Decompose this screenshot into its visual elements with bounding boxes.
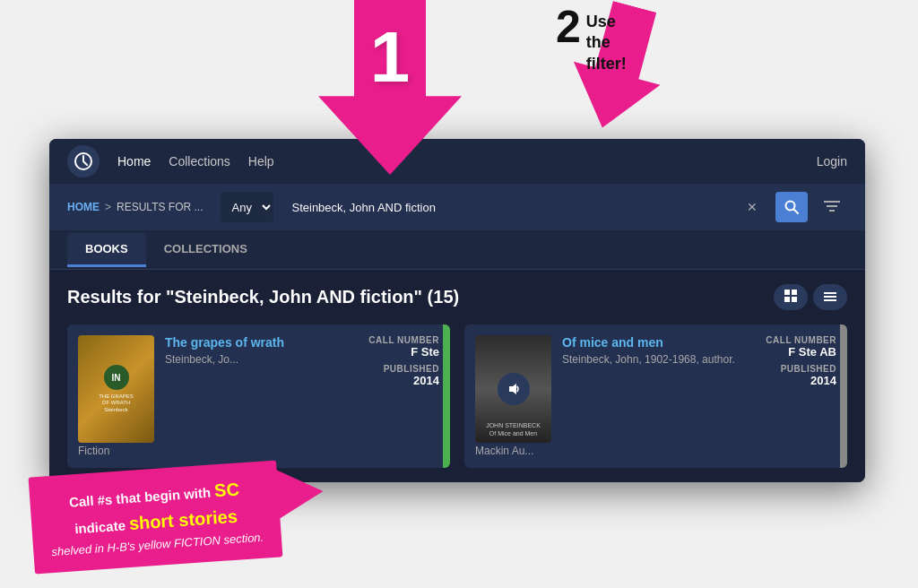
book-author-1: Steinbeck, Jo... <box>165 353 358 366</box>
nav-collections[interactable]: Collections <box>169 154 230 169</box>
published-label-2: PUBLISHED <box>766 364 836 374</box>
card-strip-2 <box>840 324 847 468</box>
card-strip-1 <box>443 324 450 468</box>
search-clear-button[interactable]: ✕ <box>747 200 758 214</box>
svg-rect-8 <box>784 297 790 302</box>
svg-rect-7 <box>792 290 797 295</box>
arrow1-label: 1 <box>318 16 462 99</box>
list-view-button[interactable] <box>813 284 847 310</box>
arrow2-text: Usethefilter! <box>586 12 627 74</box>
book-card-1[interactable]: IN THE GRAPESOF WRATHSteinbeck The grape… <box>67 324 450 468</box>
call-number-2: F Ste AB <box>766 345 836 359</box>
svg-rect-6 <box>784 290 790 295</box>
book-genre-2: Mackin Au... <box>475 445 533 457</box>
book-cover-1: IN THE GRAPESOF WRATHSteinbeck <box>78 335 154 443</box>
cover-omam-text: JOHN STEINBECKOf Mice and Men <box>486 421 541 437</box>
view-buttons <box>774 284 847 310</box>
search-type-select[interactable]: Any <box>221 192 273 222</box>
tab-books[interactable]: BOOKS <box>67 233 146 267</box>
call-number-label-1: CALL NUMBER <box>368 335 439 345</box>
callout-short-stories: short stories <box>128 506 238 532</box>
book-meta-2: CALL NUMBER F Ste AB PUBLISHED 2014 <box>766 335 836 457</box>
logo-icon <box>67 145 100 177</box>
published-label-1: PUBLISHED <box>368 364 439 374</box>
nav-help[interactable]: Help <box>248 154 274 169</box>
results-area: Results for "Steinbeck, John AND fiction… <box>49 270 865 482</box>
grid-view-button[interactable] <box>774 284 808 310</box>
book-genre-1: Fiction <box>78 445 109 457</box>
call-number-label-2: CALL NUMBER <box>766 335 836 345</box>
results-header: Results for "Steinbeck, John AND fiction… <box>67 284 847 310</box>
tabs: BOOKS COLLECTIONS <box>49 230 865 270</box>
published-2: 2014 <box>766 374 836 387</box>
search-button[interactable] <box>775 192 808 222</box>
published-1: 2014 <box>368 374 439 387</box>
browser-window: Home Collections Help Login HOME > RESUL… <box>49 139 865 482</box>
arrow2-container: 2 Usethefilter! <box>556 4 627 74</box>
call-number-1: F Ste <box>368 345 439 359</box>
navbar: Home Collections Help Login <box>49 139 865 184</box>
book-info-2: Of mice and men Steinbeck, John, 1902-19… <box>562 335 755 457</box>
search-query-pill: Steinbeck, John AND fiction ✕ <box>282 192 766 222</box>
cover-text: THE GRAPESOF WRATHSteinbeck <box>99 393 134 413</box>
book-title-2: Of mice and men <box>562 335 755 350</box>
searchbar: HOME > RESULTS FOR ... Any Steinbeck, Jo… <box>49 184 865 230</box>
nav-login[interactable]: Login <box>817 154 847 169</box>
breadcrumb: HOME > RESULTS FOR ... <box>67 201 203 213</box>
cover-badge: IN <box>104 365 129 390</box>
bottom-callout: Call #s that begin with SC indicate shor… <box>29 460 283 574</box>
book-info-1: The grapes of wrath Steinbeck, Jo... Fic… <box>165 335 358 457</box>
book-card-2[interactable]: JOHN STEINBECKOf Mice and Men Of mice an… <box>464 324 847 468</box>
breadcrumb-current: RESULTS FOR ... <box>117 201 203 213</box>
nav-links: Home Collections Help <box>117 154 799 169</box>
callout-sc: SC <box>213 479 239 500</box>
breadcrumb-home[interactable]: HOME <box>67 201 100 213</box>
books-grid: IN THE GRAPESOF WRATHSteinbeck The grape… <box>67 324 847 468</box>
svg-rect-9 <box>792 297 797 302</box>
book-author-2: Steinbeck, John, 1902-1968, author. <box>562 353 755 366</box>
svg-line-2 <box>794 210 799 214</box>
search-query-text: Steinbeck, John AND fiction <box>291 201 734 214</box>
book-cover-2: JOHN STEINBECKOf Mice and Men <box>475 335 551 443</box>
nav-home[interactable]: Home <box>117 154 151 169</box>
breadcrumb-separator: > <box>105 201 111 213</box>
book-meta-1: CALL NUMBER F Ste PUBLISHED 2014 <box>368 335 439 457</box>
tab-collections[interactable]: COLLECTIONS <box>146 233 265 267</box>
results-title: Results for "Steinbeck, John AND fiction… <box>67 287 459 307</box>
arrow2-number: 2 <box>556 4 581 49</box>
svg-marker-13 <box>509 384 516 394</box>
book-title-1: The grapes of wrath <box>165 335 358 350</box>
speaker-icon <box>498 373 530 405</box>
filter-button[interactable] <box>817 195 847 220</box>
